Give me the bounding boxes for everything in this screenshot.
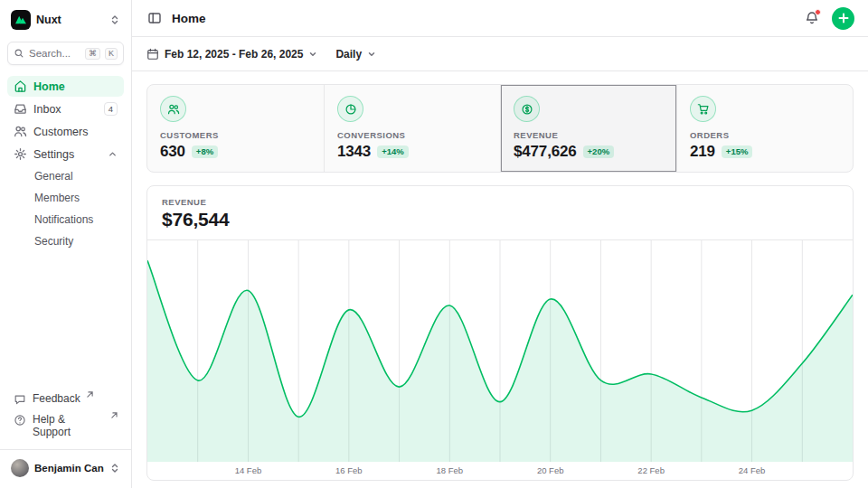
nav-label: Inbox — [33, 103, 61, 116]
chart-header: REVENUE $76,544 — [147, 186, 853, 240]
chevron-down-icon — [308, 50, 317, 59]
users-icon — [14, 125, 27, 138]
chevrons-up-down-icon — [109, 14, 120, 25]
add-button[interactable] — [832, 7, 854, 30]
chevron-down-icon — [367, 50, 376, 59]
gear-icon — [14, 147, 27, 161]
sidebar-nav: Home Inbox 4 Customers Settings General … — [7, 76, 124, 251]
area-chart-svg — [147, 240, 853, 462]
chat-bubble-icon — [14, 393, 26, 406]
chevrons-up-down-icon — [109, 463, 120, 474]
user-avatar — [11, 459, 29, 477]
nav-label: Settings — [33, 148, 74, 161]
stat-icon-badge — [160, 96, 186, 122]
external-link-icon — [87, 391, 93, 398]
stats-row: CUSTOMERS 630 +8% CONVERSIONS 1343 +14% — [146, 84, 854, 173]
search-input[interactable]: Search... ⌘ K — [7, 42, 124, 65]
inbox-icon — [14, 102, 27, 116]
filters-toolbar: Feb 12, 2025 - Feb 26, 2025 Daily — [132, 37, 868, 71]
help-support-link[interactable]: Help & Support — [7, 409, 124, 442]
notifications-button[interactable] — [803, 9, 821, 27]
page-title: Home — [172, 12, 206, 25]
x-axis-tick-label: 24 Feb — [739, 465, 766, 475]
stat-card-customers[interactable]: CUSTOMERS 630 +8% — [147, 85, 324, 172]
sidebar-item-inbox[interactable]: Inbox 4 — [7, 99, 124, 119]
sidebar-item-settings[interactable]: Settings — [7, 144, 124, 164]
user-name: Benjamin Canac — [34, 463, 104, 474]
sidebar-item-customers[interactable]: Customers — [7, 121, 124, 142]
stat-delta-badge: +8% — [192, 145, 218, 158]
sidebar-item-general[interactable]: General — [7, 166, 124, 186]
app-root: Nuxt Search... ⌘ K Home Inbox 4 Customer… — [0, 0, 868, 488]
users-icon — [167, 103, 180, 116]
period-label: Daily — [335, 48, 362, 61]
x-axis-tick-label: 16 Feb — [335, 465, 363, 475]
sidebar-item-home[interactable]: Home — [7, 76, 124, 97]
search-placeholder: Search... — [29, 48, 80, 59]
panel-left-icon — [147, 11, 162, 25]
period-select[interactable]: Daily — [335, 48, 376, 61]
nuxt-logo-icon — [11, 10, 31, 30]
stat-delta-badge: +14% — [377, 145, 409, 158]
sidebar-item-security[interactable]: Security — [7, 231, 124, 251]
chart-metric-label: REVENUE — [162, 197, 838, 207]
nav-label: Customers — [33, 126, 88, 138]
stat-icon-badge — [690, 96, 716, 122]
feedback-link[interactable]: Feedback — [7, 389, 124, 409]
kbd-cmd: ⌘ — [85, 48, 100, 60]
date-range-label: Feb 12, 2025 - Feb 26, 2025 — [165, 48, 303, 61]
search-icon — [14, 48, 24, 59]
x-axis-tick-label: 20 Feb — [537, 465, 564, 475]
chevron-up-icon — [108, 149, 118, 159]
stat-card-orders[interactable]: ORDERS 219 +15% — [676, 85, 853, 172]
stat-card-conversions[interactable]: CONVERSIONS 1343 +14% — [324, 85, 500, 172]
x-axis-tick-label: 14 Feb — [235, 465, 262, 475]
kbd-k: K — [105, 48, 118, 60]
collapse-sidebar-button[interactable] — [146, 9, 164, 27]
team-name: Nuxt — [36, 14, 104, 26]
chart-metric-value: $76,544 — [162, 209, 838, 230]
stat-value: $477,626 — [514, 143, 577, 161]
stat-icon-badge — [337, 96, 363, 122]
user-section: Benjamin Canac — [0, 449, 131, 481]
stat-icon-badge — [514, 96, 540, 122]
user-menu[interactable]: Benjamin Canac — [7, 456, 124, 480]
stat-label: ORDERS — [690, 130, 840, 140]
home-icon — [14, 80, 27, 93]
calendar-icon — [146, 48, 159, 61]
question-circle-icon — [14, 414, 26, 427]
sidebar-spacer — [7, 251, 124, 389]
sidebar-item-notifications[interactable]: Notifications — [7, 210, 124, 230]
nav-label: Home — [33, 80, 65, 93]
x-axis-tick-label: 18 Feb — [436, 465, 463, 475]
stat-card-revenue[interactable]: REVENUE $477,626 +20% — [500, 85, 676, 172]
notification-dot — [815, 9, 821, 15]
stat-value: 1343 — [337, 143, 371, 161]
stat-label: CUSTOMERS — [160, 130, 311, 140]
stat-delta-badge: +15% — [722, 145, 753, 158]
main-panel: Home Feb 12, 2025 - Feb 26, 2025 Daily — [132, 0, 868, 488]
footer-link-label: Feedback — [33, 392, 80, 405]
stat-delta-badge: +20% — [583, 145, 615, 158]
footer-link-label: Help & Support — [33, 413, 105, 438]
revenue-area-chart[interactable] — [147, 240, 853, 462]
sidebar: Nuxt Search... ⌘ K Home Inbox 4 Customer… — [0, 0, 132, 488]
x-axis-tick-label: 22 Feb — [637, 465, 665, 475]
inbox-count-badge: 4 — [104, 102, 118, 116]
topbar: Home — [132, 0, 868, 37]
dashboard-content: CUSTOMERS 630 +8% CONVERSIONS 1343 +14% — [132, 71, 868, 488]
stat-label: CONVERSIONS — [337, 130, 487, 140]
sidebar-item-members[interactable]: Members — [7, 188, 124, 208]
shopping-cart-icon — [697, 103, 710, 116]
external-link-icon — [111, 412, 118, 418]
stat-value: 630 — [160, 143, 185, 161]
pie-chart-icon — [344, 103, 357, 116]
stat-label: REVENUE — [514, 130, 664, 140]
team-switcher[interactable]: Nuxt — [7, 7, 124, 33]
revenue-chart-card: REVENUE $76,544 14 Feb16 Feb18 Feb20 Feb… — [146, 185, 854, 481]
circle-dollar-icon — [521, 103, 533, 116]
chart-x-axis: 14 Feb16 Feb18 Feb20 Feb22 Feb24 Feb — [147, 462, 853, 480]
plus-icon — [838, 13, 849, 23]
date-range-picker[interactable]: Feb 12, 2025 - Feb 26, 2025 — [146, 48, 317, 61]
stat-value: 219 — [690, 143, 715, 161]
